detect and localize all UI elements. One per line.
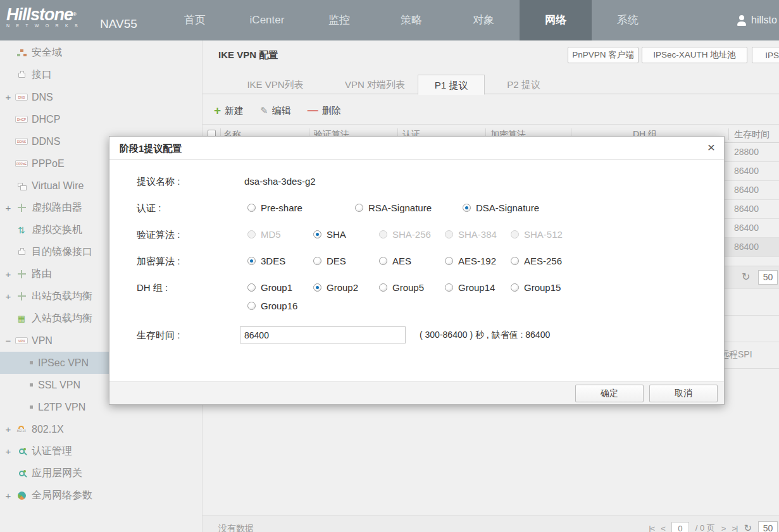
radio-dsa-signature[interactable]: DSA-Signature bbox=[463, 202, 570, 213]
device-name: NAV55 bbox=[100, 17, 137, 31]
radio-pre-share[interactable]: Pre-share bbox=[247, 202, 355, 213]
dns-icon: DNS bbox=[14, 94, 29, 101]
sidebar-item-auth-management[interactable]: + 认证管理 bbox=[0, 440, 202, 462]
radio-icon bbox=[247, 302, 256, 310]
radio-sha[interactable]: SHA bbox=[313, 229, 379, 240]
virtual-switch-icon bbox=[14, 225, 29, 235]
top-nav: 首页 iCenter 监控 策略 对象 网络 系统 bbox=[159, 0, 664, 40]
ipsec-truncated-button[interactable]: IPSe bbox=[752, 47, 779, 63]
auth-management-icon bbox=[14, 448, 29, 454]
pnpvpn-client-button[interactable]: PnPVPN 客户端 bbox=[568, 47, 639, 63]
radio-icon bbox=[355, 204, 363, 212]
prev-page-icon[interactable]: < bbox=[661, 524, 665, 532]
radio-group16[interactable]: Group16 bbox=[247, 300, 313, 311]
encryption-row: 加密算法 : 3DES DES AES AES-192 AES-256 bbox=[109, 256, 724, 271]
nav-policy[interactable]: 策略 bbox=[375, 0, 447, 40]
collapse-icon[interactable]: − bbox=[4, 335, 13, 346]
next-page-icon[interactable]: > bbox=[721, 524, 726, 532]
radio-icon bbox=[511, 230, 519, 238]
radio-icon bbox=[247, 230, 256, 238]
expand-icon[interactable]: + bbox=[4, 202, 13, 213]
radio-group1[interactable]: Group1 bbox=[247, 282, 313, 293]
nav-system[interactable]: 系统 bbox=[592, 0, 664, 40]
page-number-input[interactable] bbox=[671, 522, 689, 532]
refresh-icon[interactable]: ↻ bbox=[742, 271, 750, 283]
route-icon bbox=[14, 270, 29, 278]
radio-group2[interactable]: Group2 bbox=[313, 282, 379, 293]
nav-network[interactable]: 网络 bbox=[520, 0, 592, 40]
edit-button[interactable]: ✎ 编辑 bbox=[260, 105, 291, 117]
tab-p1-proposal[interactable]: P1 提议 bbox=[418, 75, 485, 95]
radio-des[interactable]: DES bbox=[313, 256, 379, 266]
username: hillsto bbox=[751, 15, 777, 26]
radio-group15[interactable]: Group15 bbox=[511, 282, 576, 293]
nav-home[interactable]: 首页 bbox=[159, 0, 231, 40]
new-button[interactable]: + 新建 bbox=[214, 105, 244, 117]
radio-aes-192[interactable]: AES-192 bbox=[445, 256, 511, 266]
radio-icon bbox=[247, 204, 256, 212]
expand-icon[interactable]: + bbox=[4, 269, 13, 280]
auth-row: 认证 : Pre-share RSA-Signature DSA-Signatu… bbox=[109, 202, 724, 218]
first-page-icon[interactable]: |< bbox=[649, 524, 654, 532]
column-header-remote-spi[interactable]: 远程SPI bbox=[720, 349, 752, 361]
sidebar-item-global-network-params[interactable]: + 全局网络参数 bbox=[0, 485, 202, 507]
dialog-titlebar: 阶段1提议配置 × bbox=[109, 137, 724, 160]
column-header-lifetime[interactable]: 生存时间 bbox=[734, 125, 770, 144]
sidebar-item-dhcp[interactable]: DHCP DHCP bbox=[0, 108, 202, 130]
sidebar-item-interface[interactable]: 接口 bbox=[0, 64, 202, 86]
cancel-button[interactable]: 取消 bbox=[649, 385, 718, 402]
dh-group-row-2: Group16 bbox=[109, 300, 724, 316]
radio-aes-256[interactable]: AES-256 bbox=[511, 256, 576, 266]
radio-icon bbox=[463, 204, 471, 212]
tab-p2-proposal[interactable]: P2 提议 bbox=[490, 75, 557, 94]
nav-monitor[interactable]: 监控 bbox=[303, 0, 375, 40]
close-icon[interactable]: × bbox=[707, 140, 715, 155]
last-page-icon[interactable]: >| bbox=[732, 524, 737, 532]
dialog-title: 阶段1提议配置 bbox=[120, 137, 182, 160]
page-size-select[interactable]: 50 bbox=[758, 521, 778, 532]
inbound-lb-icon bbox=[14, 314, 29, 323]
expand-icon[interactable]: + bbox=[4, 424, 13, 435]
tab-ike-vpn-list[interactable]: IKE VPN列表 bbox=[231, 75, 320, 94]
radio-icon bbox=[247, 283, 256, 292]
hash-row: 验证算法 : MD5 SHA SHA-256 SHA-384 SHA-512 bbox=[109, 229, 724, 244]
proposal-name-row: 提议名称 : dsa-sha-3des-g2 bbox=[109, 176, 724, 191]
hash-options: MD5 SHA SHA-256 SHA-384 SHA-512 bbox=[247, 229, 576, 240]
radio-rsa-signature[interactable]: RSA-Signature bbox=[355, 202, 463, 213]
radio-3des[interactable]: 3DES bbox=[247, 256, 313, 266]
sidebar-item-dns[interactable]: + DNS DNS bbox=[0, 86, 202, 108]
user-menu[interactable]: hillsto bbox=[737, 0, 777, 40]
dh-group-row: DH 组 : Group1 Group2 Group5 Group14 Grou… bbox=[109, 282, 724, 297]
radio-group14[interactable]: Group14 bbox=[445, 282, 511, 293]
expand-icon[interactable]: + bbox=[4, 490, 13, 501]
page-size-select[interactable]: 50 bbox=[758, 270, 778, 285]
security-zone-icon bbox=[14, 52, 29, 54]
refresh-icon[interactable]: ↻ bbox=[744, 523, 752, 532]
ok-button[interactable]: 确定 bbox=[575, 385, 644, 402]
tab-vpn-peer-list[interactable]: VPN 对端列表 bbox=[335, 75, 414, 94]
plus-icon: + bbox=[214, 106, 221, 116]
screen: Hillstone® N E T W O R K S NAV55 首页 iCen… bbox=[0, 0, 779, 532]
bullet-icon bbox=[30, 383, 33, 387]
expand-icon[interactable]: + bbox=[4, 291, 13, 302]
ipsec-xauth-pool-button[interactable]: IPSec-XAUTH 地址池 bbox=[642, 47, 747, 63]
radio-group5[interactable]: Group5 bbox=[379, 282, 445, 293]
radio-aes[interactable]: AES bbox=[379, 256, 445, 266]
lifetime-row: 生存时间 : ( 300-86400 ) 秒 , 缺省值 : 86400 bbox=[109, 326, 724, 342]
delete-button[interactable]: — 删除 bbox=[308, 105, 341, 117]
nav-icenter[interactable]: iCenter bbox=[231, 0, 303, 40]
radio-sha-384: SHA-384 bbox=[445, 229, 511, 240]
nav-object[interactable]: 对象 bbox=[447, 0, 520, 40]
radio-icon bbox=[313, 230, 321, 238]
radio-icon bbox=[511, 257, 519, 265]
brand-subtext: N E T W O R K S bbox=[6, 23, 80, 28]
expand-icon[interactable]: + bbox=[4, 92, 13, 102]
radio-icon bbox=[445, 230, 453, 238]
sidebar-item-alg[interactable]: 应用层网关 bbox=[0, 462, 202, 485]
sidebar-item-802-1x[interactable]: + 802.1X 802.1X bbox=[0, 418, 202, 440]
expand-icon[interactable]: + bbox=[4, 446, 13, 457]
radio-icon bbox=[445, 283, 453, 292]
vpn-icon: VPN bbox=[14, 337, 29, 344]
sidebar-item-security-zone[interactable]: 安全域 bbox=[0, 42, 202, 64]
lifetime-input[interactable] bbox=[240, 326, 406, 343]
